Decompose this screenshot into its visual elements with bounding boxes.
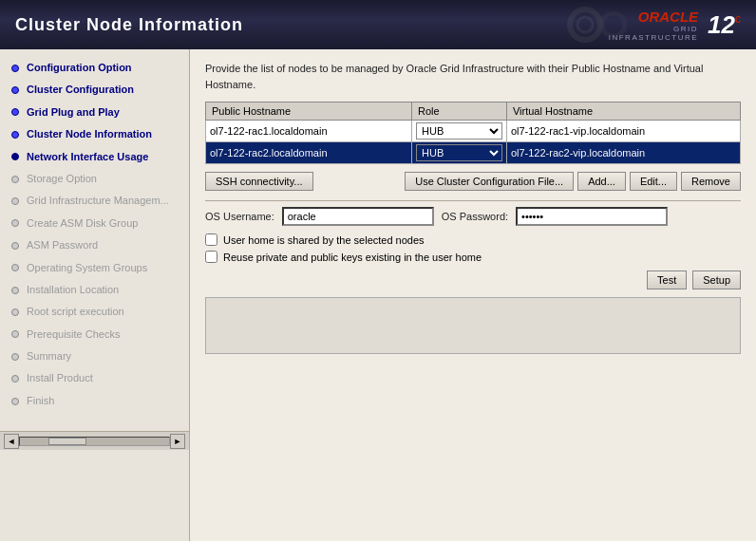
sidebar-bullet-install-loc xyxy=(11,287,19,294)
edit-button[interactable]: Edit... xyxy=(630,172,677,191)
public-hostname-1: ol7-122-rac1.localdomain xyxy=(206,121,412,142)
svg-point-2 xyxy=(602,13,625,36)
scroll-thumb[interactable] xyxy=(48,438,86,445)
sidebar-item-storage-option: Storage Option xyxy=(0,168,189,190)
table-row[interactable]: ol7-122-rac2.localdomain HUB LEAF ol7-12… xyxy=(206,142,741,164)
sidebar-bullet-root-script xyxy=(11,308,19,316)
os-password-input[interactable] xyxy=(516,207,668,226)
svg-point-0 xyxy=(570,9,600,40)
scroll-track[interactable] xyxy=(19,437,170,446)
node-table: Public Hostname Role Virtual Hostname ol… xyxy=(205,102,741,164)
public-hostname-2: ol7-122-rac2.localdomain xyxy=(206,142,412,164)
table-button-row: SSH connectivity... Use Cluster Configur… xyxy=(205,172,741,191)
sidebar-item-cluster-config[interactable]: Cluster Configuration xyxy=(0,79,189,101)
sidebar-label-grid-plug: Grid Plug and Play xyxy=(27,105,120,120)
sidebar-item-network-interface[interactable]: Network Interface Usage xyxy=(0,146,189,168)
sidebar-scrollbar[interactable]: ◄ ► xyxy=(0,431,189,450)
sidebar-item-install-location: Installation Location xyxy=(0,279,189,301)
sidebar-label-cluster-node: Cluster Node Information xyxy=(27,127,152,141)
virtual-hostname-1: ol7-122-rac1-vip.localdomain xyxy=(506,121,740,142)
reuse-keys-checkbox[interactable] xyxy=(205,251,217,263)
col-public-hostname: Public Hostname xyxy=(206,103,412,121)
role-select-2[interactable]: HUB LEAF xyxy=(416,144,502,161)
sidebar-bullet-network xyxy=(11,153,19,160)
checkbox-row-1: User home is shared by the selected node… xyxy=(205,233,741,246)
sidebar-item-install-product: Install Product xyxy=(0,367,189,389)
content-area: Provide the list of nodes to be managed … xyxy=(190,49,756,541)
sidebar-item-grid-plug-play[interactable]: Grid Plug and Play xyxy=(0,102,189,123)
content-description: Provide the list of nodes to be managed … xyxy=(205,61,741,92)
sidebar-label-summary: Summary xyxy=(27,349,71,364)
sidebar-label-install-loc: Installation Location xyxy=(27,283,119,297)
version-suffix: c xyxy=(735,12,741,26)
sidebar-bullet-cluster-node xyxy=(11,131,19,139)
sidebar-bullet-asm-pw xyxy=(11,242,19,250)
sidebar-bullet-install-product xyxy=(11,375,19,382)
user-home-shared-checkbox[interactable] xyxy=(205,233,217,246)
window-title: Cluster Node Information xyxy=(15,15,243,35)
main-container: Configuration Option Cluster Configurati… xyxy=(0,49,756,541)
sidebar-label-prereq: Prerequisite Checks xyxy=(27,327,120,342)
sidebar-item-summary: Summary xyxy=(0,345,189,367)
sidebar-bullet-finish xyxy=(11,398,19,405)
sidebar-bullet-storage xyxy=(11,176,19,183)
sidebar-label-os-groups: Operating System Groups xyxy=(27,261,147,275)
grid-label: GRID xyxy=(673,25,698,33)
test-setup-row: Test Setup xyxy=(205,270,741,289)
os-username-input[interactable] xyxy=(282,207,434,226)
role-2[interactable]: HUB LEAF xyxy=(412,142,507,164)
col-role: Role xyxy=(412,103,507,121)
setup-button[interactable]: Setup xyxy=(692,270,741,289)
sidebar: Configuration Option Cluster Configurati… xyxy=(0,49,190,541)
add-button[interactable]: Add... xyxy=(577,172,626,191)
sidebar-bullet-grid-infra xyxy=(11,197,19,205)
sidebar-bullet-grid-plug xyxy=(11,108,19,116)
svg-point-1 xyxy=(577,17,593,32)
header: Cluster Node Information ORACLE GRID INF… xyxy=(0,0,756,49)
sidebar-label-storage: Storage Option xyxy=(27,172,97,186)
sidebar-label-create-asm: Create ASM Disk Group xyxy=(27,216,138,231)
sidebar-bullet-summary xyxy=(11,353,19,361)
sidebar-label-network: Network Interface Usage xyxy=(27,150,148,164)
os-credentials-row: OS Username: OS Password: xyxy=(205,207,741,226)
sidebar-label-install-product: Install Product xyxy=(27,371,93,385)
scroll-right-arrow[interactable]: ► xyxy=(170,434,185,449)
sidebar-label-config-option: Configuration Option xyxy=(27,61,132,75)
sidebar-item-cluster-node-info[interactable]: Cluster Node Information xyxy=(0,123,189,145)
sidebar-label-finish: Finish xyxy=(27,394,54,408)
use-cluster-config-button[interactable]: Use Cluster Configuration File... xyxy=(405,172,574,191)
sidebar-item-asm-password: ASM Password xyxy=(0,234,189,256)
reuse-keys-label: Reuse private and public keys existing i… xyxy=(223,252,482,263)
os-username-label: OS Username: xyxy=(205,211,274,222)
version-number: 12 xyxy=(708,12,735,37)
sidebar-item-prereq: Prerequisite Checks xyxy=(0,324,189,345)
sidebar-bullet-os-groups xyxy=(11,264,19,271)
info-box xyxy=(205,297,741,354)
checkbox-row-2: Reuse private and public keys existing i… xyxy=(205,251,741,263)
sidebar-label-root-script: Root script execution xyxy=(27,305,124,319)
section-divider xyxy=(205,200,741,201)
sidebar-bullet-create-asm xyxy=(11,219,19,227)
gear-decoration xyxy=(557,4,633,47)
virtual-hostname-2: ol7-122-rac2-vip.localdomain xyxy=(506,142,740,164)
role-select-1[interactable]: HUB LEAF xyxy=(416,122,502,140)
sidebar-bullet-config-option xyxy=(11,65,19,72)
sidebar-bullet-cluster-config xyxy=(11,86,19,94)
scroll-left-arrow[interactable]: ◄ xyxy=(4,434,19,449)
sidebar-item-config-option[interactable]: Configuration Option xyxy=(0,57,189,79)
col-virtual-hostname: Virtual Hostname xyxy=(506,103,740,121)
sidebar-item-create-asm: Create ASM Disk Group xyxy=(0,213,189,234)
sidebar-item-finish: Finish xyxy=(0,390,189,412)
role-1[interactable]: HUB LEAF xyxy=(412,121,507,142)
sidebar-item-grid-infra-mgmt: Grid Infrastructure Managem... xyxy=(0,190,189,212)
remove-button[interactable]: Remove xyxy=(681,172,741,191)
user-home-shared-label: User home is shared by the selected node… xyxy=(223,234,425,246)
sidebar-label-grid-infra: Grid Infrastructure Managem... xyxy=(27,194,169,208)
test-button[interactable]: Test xyxy=(647,270,687,289)
sidebar-item-root-script: Root script execution xyxy=(0,301,189,323)
ssh-connectivity-button[interactable]: SSH connectivity... xyxy=(205,172,313,191)
table-row[interactable]: ol7-122-rac1.localdomain HUB LEAF ol7-12… xyxy=(206,121,741,142)
sidebar-item-os-groups: Operating System Groups xyxy=(0,257,189,279)
oracle-brand: ORACLE xyxy=(638,9,698,25)
sidebar-label-cluster-config: Cluster Configuration xyxy=(27,83,134,97)
